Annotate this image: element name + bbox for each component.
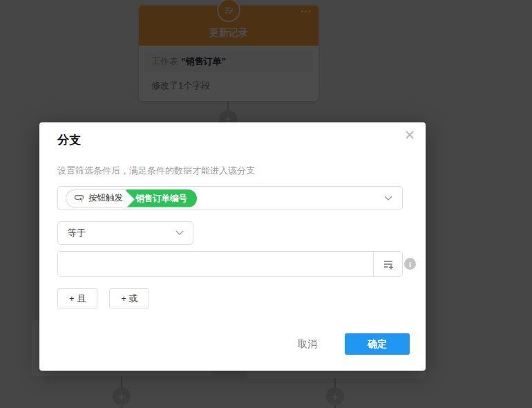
dialog-subtitle: 设置筛选条件后，满足条件的数据才能进入该分支 xyxy=(57,165,255,177)
branch-dialog: ✕ 分支 设置筛选条件后，满足条件的数据才能进入该分支 按钮触发 销售订单编号 … xyxy=(39,122,426,371)
add-or-button[interactable]: + 或 xyxy=(109,288,149,308)
button-click-icon xyxy=(74,193,84,203)
operator-select[interactable]: 等于 xyxy=(57,221,193,245)
condition-value-row xyxy=(57,251,403,277)
field-selector[interactable]: 按钮触发 销售订单编号 xyxy=(57,186,403,210)
dialog-footer: 取消 确定 xyxy=(292,333,410,355)
chevron-down-icon xyxy=(384,196,392,201)
field-tag-combo: 按钮触发 销售订单编号 xyxy=(66,189,197,207)
cancel-button[interactable]: 取消 xyxy=(292,333,323,355)
condition-value-input[interactable] xyxy=(58,252,373,276)
operator-label: 等于 xyxy=(68,227,86,239)
add-list-icon xyxy=(382,258,395,270)
workflow-canvas: ⋯ 更新记录 工作表 “销售订单” 修改了1个字段 ✕ 分支 设置筛选条件后，满… xyxy=(0,0,532,408)
trigger-tag-label: 按钮触发 xyxy=(88,192,123,204)
condition-buttons: + 且 + 或 xyxy=(57,288,149,308)
add-and-button[interactable]: + 且 xyxy=(57,288,97,308)
dynamic-value-button[interactable] xyxy=(373,252,402,276)
confirm-button[interactable]: 确定 xyxy=(345,333,410,355)
close-icon[interactable]: ✕ xyxy=(400,126,419,145)
info-icon[interactable] xyxy=(404,258,416,270)
chevron-down-icon xyxy=(175,230,184,236)
dialog-title: 分支 xyxy=(57,132,81,148)
trigger-tag: 按钮触发 xyxy=(66,189,126,207)
